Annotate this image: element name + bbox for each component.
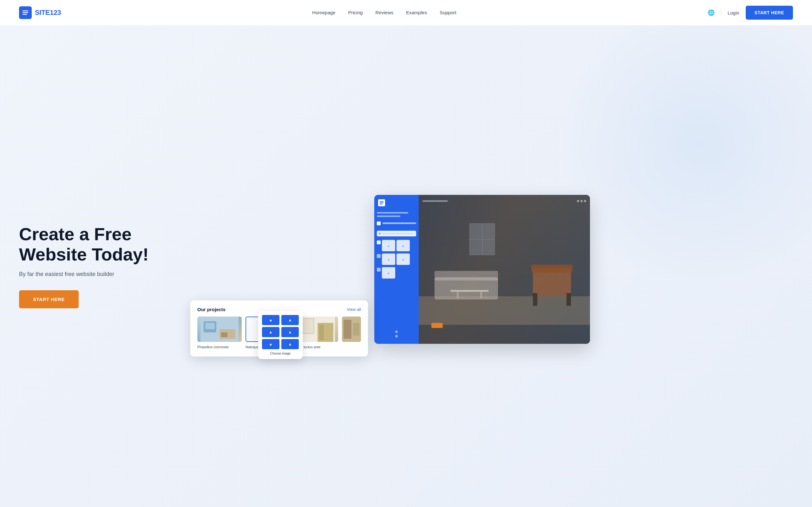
mountain-icon-6: ▲ <box>288 342 292 346</box>
hero-title: Create a Free Website Today! <box>19 224 152 265</box>
editor-sidebar: ▲ ▲ ▲ ▲ <box>374 195 419 344</box>
svg-rect-21 <box>205 323 215 329</box>
sidebar-check-2 <box>377 240 380 244</box>
svg-rect-15 <box>566 293 571 306</box>
svg-rect-30 <box>344 320 351 339</box>
project-item-2: Natoque ▲ ▲ ▲ <box>246 317 290 349</box>
mountain-icon-2: ▲ <box>288 318 292 322</box>
logo-icon-box <box>19 6 32 19</box>
img-chooser-label: Choose image <box>262 352 299 355</box>
sidebar-logo-box <box>378 199 385 206</box>
sidebar-row-3: ▲ <box>377 267 416 279</box>
project-item-4 <box>342 317 361 349</box>
svg-rect-4 <box>380 203 384 203</box>
logo-text: SITE123 <box>35 9 61 17</box>
sidebar-logo <box>377 198 416 208</box>
nav-links: Homepage Pricing Reviews Examples Suppor… <box>312 10 456 15</box>
svg-rect-6 <box>419 296 590 325</box>
globe-icon[interactable]: 🌐 <box>708 9 715 16</box>
sidebar-check-3 <box>377 254 380 258</box>
svg-rect-9 <box>450 290 489 292</box>
nav-homepage[interactable]: Homepage <box>312 10 335 15</box>
sidebar-thumb-5: ▲ <box>382 267 395 279</box>
navbar: SITE123 Homepage Pricing Reviews Example… <box>0 0 812 25</box>
svg-rect-1 <box>22 12 28 13</box>
svg-rect-14 <box>533 293 537 306</box>
img-choice-4[interactable]: ▲ <box>281 327 299 337</box>
nav-pricing[interactable]: Pricing <box>348 10 363 15</box>
svg-rect-0 <box>22 10 28 11</box>
hero-cta-button[interactable]: START HERE <box>19 290 79 308</box>
sidebar-content: ▲ ▲ ▲ ▲ <box>377 212 416 331</box>
img-choice-1[interactable]: ▲ <box>262 315 280 325</box>
search-icon <box>379 233 380 234</box>
editor-area: ▲ ▲ ▲ ▲ <box>374 195 590 344</box>
hero-left: Create a Free Website Today! By far the … <box>19 224 152 308</box>
svg-rect-31 <box>353 323 359 336</box>
sidebar-row-1: ▲ ▲ <box>377 240 416 251</box>
project-item-1: Phasellus commodo <box>197 317 242 349</box>
mountain-icon-1: ▲ <box>269 318 273 322</box>
image-chooser-popup: ▲ ▲ ▲ ▲ ▲ <box>258 311 303 359</box>
sidebar-thumb-3: ▲ <box>382 253 395 265</box>
img-choice-6[interactable]: ▲ <box>281 339 299 349</box>
nav-right: 🌐 Login START HERE <box>708 6 793 20</box>
sidebar-thumb-4: ▲ <box>397 253 410 265</box>
svg-rect-28 <box>319 325 324 340</box>
svg-rect-13 <box>531 265 572 273</box>
sidebar-logo-icon <box>379 201 384 205</box>
svg-rect-11 <box>480 292 482 298</box>
hero-right: ▲ ▲ ▲ ▲ <box>171 195 793 344</box>
logo[interactable]: SITE123 <box>19 6 61 19</box>
sidebar-line-2 <box>377 216 400 217</box>
dot-2 <box>395 335 398 337</box>
svg-rect-3 <box>380 201 384 202</box>
preview-cta <box>432 323 443 328</box>
furniture-svg <box>419 195 590 344</box>
project-img-1 <box>197 317 242 342</box>
logo-lines-icon <box>21 9 29 16</box>
project-name-2: Natoque <box>246 345 259 349</box>
nav-divider <box>721 9 721 16</box>
img-choice-5[interactable]: ▲ <box>262 339 280 349</box>
nav-start-button[interactable]: START HERE <box>746 6 793 20</box>
sidebar-thumb-1: ▲ <box>382 240 395 251</box>
img-choice-3[interactable]: ▲ <box>262 327 280 337</box>
mountain-icon-4: ▲ <box>288 330 292 334</box>
sidebar-line-1 <box>377 212 408 214</box>
hero-subtitle: By far the easiest free website builder <box>19 271 152 278</box>
svg-rect-8 <box>435 271 498 280</box>
sidebar-dots <box>377 331 416 341</box>
projects-card: Our projects View all Phas <box>190 300 368 356</box>
nav-reviews[interactable]: Reviews <box>375 10 394 15</box>
project-img-4 <box>342 317 361 342</box>
svg-rect-18 <box>482 223 483 255</box>
img-chooser-grid: ▲ ▲ ▲ ▲ ▲ <box>262 315 299 349</box>
mountain-icon-3: ▲ <box>269 330 273 334</box>
svg-rect-23 <box>221 332 227 337</box>
sidebar-search <box>377 231 416 236</box>
projects-grid: Phasellus commodo Natoque <box>197 317 361 349</box>
sidebar-thumb-2: ▲ <box>397 240 410 251</box>
view-all-link[interactable]: View all <box>347 307 361 312</box>
browser-mockup: ▲ ▲ ▲ ▲ <box>374 195 590 344</box>
nav-login[interactable]: Login <box>728 10 740 15</box>
nav-examples[interactable]: Examples <box>406 10 427 15</box>
sidebar-row-2: ▲ ▲ <box>377 253 416 265</box>
svg-rect-5 <box>380 204 383 205</box>
preview-background <box>419 195 590 344</box>
main-preview <box>419 195 590 344</box>
svg-rect-10 <box>457 292 459 298</box>
mountain-icon-5: ▲ <box>269 342 273 346</box>
project-name-1: Phasellus commodo <box>197 345 229 349</box>
projects-title: Our projects <box>197 307 225 312</box>
hero-section: Create a Free Website Today! By far the … <box>0 25 812 507</box>
project-thumb-4 <box>342 317 361 342</box>
svg-rect-2 <box>22 14 27 15</box>
img-choice-2[interactable]: ▲ <box>281 315 299 325</box>
nav-support[interactable]: Support <box>440 10 456 15</box>
dot-1 <box>395 331 398 333</box>
project-thumb-1 <box>197 317 242 342</box>
sidebar-check-1 <box>377 222 380 225</box>
svg-rect-7 <box>435 277 498 299</box>
